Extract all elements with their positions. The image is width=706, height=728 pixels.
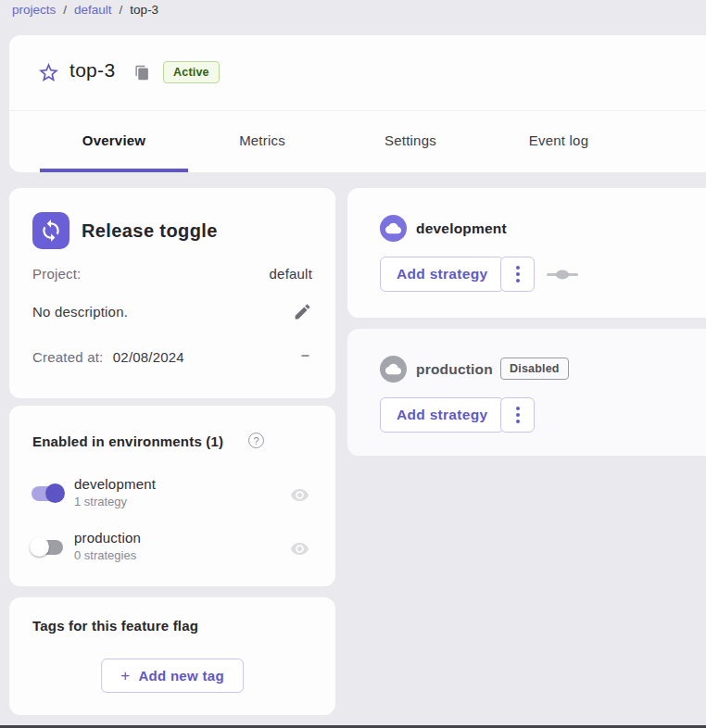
cloud-icon bbox=[380, 215, 407, 242]
edit-description-icon[interactable] bbox=[293, 302, 312, 321]
add-strategy-button[interactable]: Add strategy bbox=[380, 397, 504, 433]
cloud-icon bbox=[380, 356, 407, 383]
copy-name-icon[interactable] bbox=[134, 65, 150, 81]
disabled-badge: Disabled bbox=[500, 358, 569, 380]
project-label: Project: bbox=[32, 266, 81, 282]
created-at-row: Created at: 02/08/2024 bbox=[32, 349, 312, 365]
tab-overview[interactable]: Overview bbox=[40, 111, 188, 169]
breadcrumb-link-default[interactable]: default bbox=[74, 3, 112, 17]
created-at-value: 02/08/2024 bbox=[113, 349, 184, 365]
flag-type-label: Release toggle bbox=[82, 220, 218, 242]
breadcrumb-link-projects[interactable]: projects bbox=[12, 3, 56, 17]
enabled-environments-card: Enabled in environments (1) ? developmen… bbox=[9, 406, 335, 586]
breadcrumb-separator: / bbox=[63, 3, 67, 17]
visibility-eye-icon[interactable] bbox=[290, 539, 309, 559]
environment-strategy-count: 0 strategies bbox=[74, 548, 141, 562]
release-toggle-card: Release toggle Project: default No descr… bbox=[9, 188, 335, 398]
add-new-tag-label: Add new tag bbox=[138, 668, 223, 684]
visibility-eye-icon[interactable] bbox=[290, 485, 309, 505]
tab-metrics[interactable]: Metrics bbox=[188, 111, 336, 169]
environment-panel-title: production bbox=[416, 361, 493, 378]
project-value: default bbox=[270, 266, 312, 282]
environment-name: development bbox=[74, 476, 156, 492]
development-toggle[interactable] bbox=[30, 483, 65, 504]
development-strategy-panel: development Add strategy bbox=[347, 188, 706, 318]
project-row: Project: default bbox=[32, 266, 312, 282]
empty-value-dash: – bbox=[301, 347, 309, 364]
strategy-connector-icon bbox=[547, 268, 578, 281]
environment-row-production: production 0 strategies bbox=[30, 530, 317, 569]
tags-title: Tags for this feature flag bbox=[32, 618, 198, 634]
environment-row-development: development 1 strategy bbox=[30, 476, 317, 515]
header-panel: top-3 Active Overview Metrics Settings E… bbox=[9, 35, 706, 172]
breadcrumb-current: top-3 bbox=[130, 3, 158, 17]
favorite-star-icon[interactable] bbox=[37, 61, 60, 84]
production-strategy-panel: production Disabled Add strategy bbox=[347, 329, 706, 456]
help-icon[interactable]: ? bbox=[248, 433, 264, 448]
tab-event-log[interactable]: Event log bbox=[485, 111, 633, 169]
feature-flag-page: projects / default / top-3 top-3 Active … bbox=[0, 0, 706, 728]
more-options-kebab-button[interactable] bbox=[500, 397, 535, 433]
created-at-label: Created at: bbox=[32, 349, 103, 365]
tags-card: Tags for this feature flag + Add new tag bbox=[9, 597, 335, 715]
tab-settings[interactable]: Settings bbox=[336, 111, 485, 169]
more-options-kebab-button[interactable] bbox=[500, 257, 535, 292]
release-toggle-icon bbox=[32, 212, 69, 249]
enabled-environments-title: Enabled in environments (1) bbox=[32, 433, 223, 449]
active-tab-indicator bbox=[40, 169, 188, 172]
status-badge: Active bbox=[163, 61, 220, 83]
page-title: top-3 bbox=[69, 59, 115, 82]
tab-bar: Overview Metrics Settings Event log bbox=[40, 111, 633, 169]
environment-name: production bbox=[74, 530, 141, 546]
add-new-tag-button[interactable]: + Add new tag bbox=[101, 659, 244, 693]
add-strategy-button[interactable]: Add strategy bbox=[380, 257, 504, 292]
environment-strategy-count: 1 strategy bbox=[74, 495, 156, 508]
environment-panel-title: development bbox=[416, 220, 507, 237]
breadcrumb-separator: / bbox=[120, 3, 123, 17]
plus-icon: + bbox=[120, 668, 130, 684]
production-toggle[interactable] bbox=[30, 537, 65, 558]
description-text: No description. bbox=[32, 304, 312, 320]
breadcrumb: projects / default / top-3 bbox=[12, 3, 158, 17]
